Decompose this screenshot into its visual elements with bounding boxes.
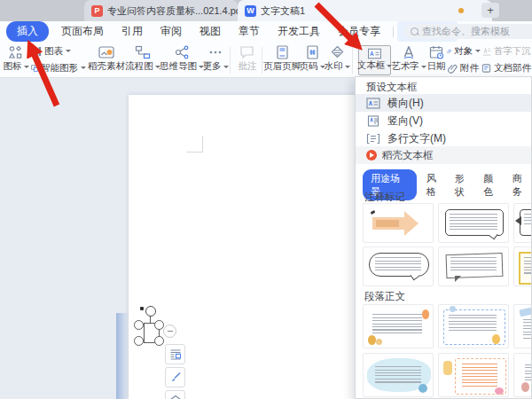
rotate-handle[interactable] [145, 306, 156, 317]
page-number-label: 页码 [300, 60, 318, 73]
template-thumb-card[interactable] [513, 353, 532, 397]
mindmap-label: 思维导图 [160, 60, 197, 73]
document-tab-active[interactable]: W 文字文稿1 [238, 0, 492, 21]
smartart-button[interactable]: 智能图形 [31, 60, 86, 75]
preset-textbox-header: 预设文本框 [366, 81, 418, 94]
chevron-down-icon [81, 66, 86, 69]
object-button[interactable]: 对象 [447, 43, 481, 59]
chart-label: 图表 [44, 45, 63, 58]
watermark-label: 水印 [325, 60, 343, 73]
drop-cap-button-disabled: 首字下沉 [481, 43, 531, 59]
resize-handle-bottom-left[interactable] [134, 336, 144, 346]
tab-view[interactable]: 视图 [191, 21, 230, 42]
margin-corner-mark [202, 136, 203, 153]
menu-item-horizontal-textbox[interactable]: 横向(H) [356, 94, 531, 112]
ribbon-divider [230, 47, 231, 74]
paperclip-icon [447, 63, 458, 74]
watermark-button[interactable]: 水印 [325, 43, 349, 75]
resize-handle-top-left[interactable] [134, 320, 144, 330]
chevron-down-icon [223, 66, 229, 68]
more-label: 更多 [203, 60, 222, 73]
comment-label: 批注 [239, 60, 257, 73]
shape-change-button[interactable] [165, 390, 185, 399]
minus-icon [168, 331, 173, 332]
chart-button[interactable]: 图表 [31, 43, 86, 59]
multiline-text-icon [366, 133, 380, 145]
docer-material-button[interactable]: 稻壳素材 [88, 43, 125, 75]
textbox-icon [366, 48, 383, 59]
template-thumb-card-characters[interactable] [363, 304, 434, 348]
smartart-icon [31, 63, 38, 74]
doc-tab-title: 文字文稿1 [261, 4, 305, 18]
chevron-down-icon [66, 50, 71, 52]
drop-cap-icon [481, 46, 491, 57]
header-footer-button[interactable]: 页眉页脚 [264, 43, 300, 75]
wrap-text-button[interactable] [165, 344, 185, 364]
horizontal-textbox-icon [366, 98, 380, 109]
menu-item-vertical-textbox[interactable]: 竖向(V) [356, 112, 531, 129]
filter-color[interactable]: 颜色 [483, 172, 502, 199]
section-paragraph-body: 段落正文 [364, 290, 405, 303]
brush-style-button[interactable] [165, 367, 185, 387]
wordart-button[interactable]: 艺术字 [393, 43, 425, 75]
filter-business[interactable]: 商务 [512, 172, 531, 199]
page-number-button[interactable]: 页码 [300, 43, 325, 75]
menu-item-multiline-text[interactable]: 多行文字(M) [356, 129, 531, 147]
section-annotation-marks: 注释标记 [364, 191, 405, 204]
date-label: 日期 [427, 60, 446, 73]
resize-handle-bottom-right[interactable] [154, 336, 164, 346]
template-thumb-sketch-bubble[interactable] [438, 246, 509, 286]
wrap-text-icon [169, 348, 182, 361]
tab-review[interactable]: 审阅 [152, 21, 191, 42]
page-number-icon [306, 45, 319, 59]
textbox-dropdown-panel: 预设文本框 横向(H) 竖向(V) 多行文字(M) 稻壳文本框 用途场景 风格 … [355, 76, 532, 399]
tab-developer-tools[interactable]: 开发工具 [269, 21, 329, 42]
docer-logo-icon [366, 150, 377, 160]
template-thumb-dashed-blue-card[interactable] [438, 304, 509, 348]
mindmap-button[interactable]: 思维导图 [161, 43, 202, 75]
template-thumb-blue-cloud[interactable] [363, 353, 434, 397]
template-thumb-yellow-box[interactable] [513, 246, 532, 286]
docer-material-label: 稻壳素材 [88, 60, 125, 73]
titlebar: P 专业问答内容质量标...021.4.pdf W 文字文稿1 + [0, 0, 532, 21]
flowchart-icon [135, 45, 151, 59]
filter-style[interactable]: 风格 [426, 172, 445, 199]
tab-member-exclusive[interactable]: 会员专享 [329, 21, 389, 42]
template-thumb-arrow[interactable] [363, 203, 434, 243]
template-thumb-speech-bubble[interactable] [513, 203, 532, 243]
collapse-toolbar-button[interactable] [163, 325, 176, 338]
comment-button-disabled: 批注 [233, 43, 262, 75]
vertical-textbox-icon [366, 115, 380, 127]
brush-icon [169, 372, 182, 384]
new-tab-button[interactable]: + [481, 3, 499, 18]
doc-parts-button[interactable]: 文档部件 [481, 60, 531, 75]
template-thumb-speech-bubble[interactable] [438, 203, 509, 243]
document-tab-pdf[interactable]: P 专业问答内容质量标...021.4.pdf [84, 0, 238, 21]
attachment-button[interactable]: 附件 [447, 60, 481, 75]
ribbon-divider [262, 47, 262, 74]
tab-insert[interactable]: 插入 [6, 21, 49, 42]
menubar-divider [393, 27, 394, 37]
more-button[interactable]: 更多 [202, 43, 229, 75]
chevron-down-icon [345, 66, 350, 68]
icons-button[interactable]: 图标 [2, 43, 30, 75]
doc-parts-icon [481, 63, 491, 74]
textbox-button[interactable]: 文本框 [358, 45, 391, 75]
menu-item-label: 多行文字(M) [387, 131, 446, 146]
tab-page-layout[interactable]: 页面布局 [52, 21, 113, 42]
icons-label: 图标 [4, 60, 22, 73]
pentagon-shape-icon [169, 395, 182, 399]
tab-references[interactable]: 引用 [113, 21, 152, 42]
template-thumb-round-bubble[interactable] [363, 246, 434, 286]
anchor-mark [140, 307, 144, 310]
menu-item-label: 竖向(V) [387, 113, 423, 129]
filter-shape[interactable]: 形状 [455, 172, 473, 199]
date-button[interactable]: 日期 [425, 43, 448, 75]
tab-section[interactable]: 章节 [230, 21, 269, 42]
search-input[interactable]: 查找命令、搜索模板 [404, 24, 532, 39]
flowchart-button[interactable]: 流程图 [125, 43, 160, 75]
docer-header-label: 稻壳文本框 [382, 149, 434, 162]
template-thumb-orange-dashed-card[interactable] [438, 353, 509, 397]
watermark-icon [330, 45, 345, 59]
template-thumb-card[interactable] [513, 304, 532, 348]
